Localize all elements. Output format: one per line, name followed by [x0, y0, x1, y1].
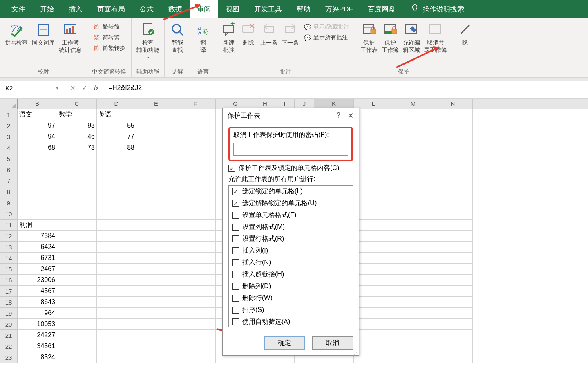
- cell[interactable]: [57, 297, 97, 308]
- ribbon-tab-0[interactable]: 文件: [4, 0, 33, 18]
- cell[interactable]: [393, 242, 433, 253]
- workbook-stats-button[interactable]: 工作簿 统计信息: [58, 21, 83, 54]
- cell[interactable]: 24227: [18, 330, 57, 341]
- cell[interactable]: [136, 330, 176, 341]
- row-header[interactable]: 1: [0, 109, 18, 120]
- cell[interactable]: [354, 197, 393, 208]
- cell[interactable]: [354, 208, 393, 220]
- cell[interactable]: [97, 308, 136, 319]
- cell[interactable]: [393, 231, 433, 242]
- row-header[interactable]: 16: [0, 275, 18, 286]
- row-header[interactable]: 21: [0, 330, 18, 341]
- row-header[interactable]: 20: [0, 319, 18, 330]
- cell[interactable]: [354, 330, 393, 341]
- ribbon-tab-9[interactable]: 帮助: [289, 0, 318, 18]
- cell[interactable]: [57, 197, 97, 208]
- col-header[interactable]: E: [136, 99, 176, 109]
- ribbon-tab-7[interactable]: 视图: [218, 0, 247, 18]
- cell[interactable]: [354, 352, 393, 363]
- cell[interactable]: [393, 197, 433, 208]
- cell[interactable]: [393, 264, 433, 275]
- cell[interactable]: [433, 242, 473, 253]
- cell[interactable]: [97, 319, 136, 330]
- ribbon-tab-4[interactable]: 公式: [132, 0, 161, 18]
- cell[interactable]: [176, 164, 216, 175]
- cell[interactable]: [57, 153, 97, 164]
- cell[interactable]: [136, 286, 176, 297]
- ok-button[interactable]: 确定: [264, 336, 305, 350]
- cell[interactable]: [97, 264, 136, 275]
- cell[interactable]: [354, 131, 393, 142]
- cell[interactable]: [57, 352, 97, 363]
- row-header[interactable]: 17: [0, 286, 18, 297]
- cell[interactable]: [433, 109, 473, 120]
- cell[interactable]: [97, 197, 136, 208]
- cell[interactable]: 73: [57, 142, 97, 153]
- cell[interactable]: [433, 264, 473, 275]
- col-header[interactable]: C: [57, 99, 97, 109]
- row-header[interactable]: 9: [0, 197, 18, 208]
- cell[interactable]: 46: [57, 131, 97, 142]
- cell[interactable]: [136, 308, 176, 319]
- cell[interactable]: [57, 286, 97, 297]
- cell[interactable]: [433, 253, 473, 264]
- permission-item[interactable]: 使用自动筛选(A): [229, 316, 353, 327]
- cell[interactable]: [136, 120, 176, 131]
- cell[interactable]: [136, 297, 176, 308]
- cell[interactable]: 94: [18, 131, 57, 142]
- cell[interactable]: [354, 142, 393, 153]
- row-header[interactable]: 19: [0, 308, 18, 319]
- permission-checkbox[interactable]: [232, 307, 239, 314]
- cell[interactable]: [176, 297, 216, 308]
- ribbon-tab-10[interactable]: 万兴PDF: [318, 0, 360, 18]
- cell[interactable]: [18, 164, 57, 175]
- cell[interactable]: 93: [57, 120, 97, 131]
- cancel-button[interactable]: 取消: [312, 336, 353, 350]
- cell[interactable]: 7384: [18, 231, 57, 242]
- cell[interactable]: [433, 330, 473, 341]
- cell[interactable]: [433, 352, 473, 363]
- row-header[interactable]: 12: [0, 231, 18, 242]
- permission-item[interactable]: 删除行(W): [229, 292, 353, 304]
- cell[interactable]: [176, 264, 216, 275]
- cell[interactable]: 4567: [18, 286, 57, 297]
- cell[interactable]: [97, 297, 136, 308]
- row-header[interactable]: 8: [0, 186, 18, 197]
- cell[interactable]: [176, 186, 216, 197]
- row-header[interactable]: 5: [0, 153, 18, 164]
- cell[interactable]: 数学: [57, 109, 97, 120]
- cell[interactable]: [393, 120, 433, 131]
- spelling-button[interactable]: 字A 拼写检查: [4, 21, 29, 47]
- cell[interactable]: 97: [18, 120, 57, 131]
- permission-item[interactable]: 设置列格式(M): [229, 221, 353, 233]
- cell[interactable]: [433, 142, 473, 153]
- permission-item[interactable]: 排序(S): [229, 304, 353, 316]
- cell[interactable]: [176, 153, 216, 164]
- cell[interactable]: [57, 275, 97, 286]
- row-header[interactable]: 10: [0, 208, 18, 220]
- cell[interactable]: [393, 352, 433, 363]
- cell[interactable]: [354, 264, 393, 275]
- cell[interactable]: [57, 242, 97, 253]
- cell[interactable]: 利润: [18, 220, 57, 231]
- ribbon-tab-8[interactable]: 开发工具: [247, 0, 289, 18]
- cell[interactable]: [136, 352, 176, 363]
- cell[interactable]: [57, 308, 97, 319]
- cell[interactable]: [354, 120, 393, 131]
- cell[interactable]: [354, 220, 393, 231]
- col-header[interactable]: L: [354, 99, 393, 109]
- new-comment-button[interactable]: + 新建 批注: [220, 21, 237, 54]
- cell[interactable]: [433, 341, 473, 352]
- cell[interactable]: [176, 319, 216, 330]
- cell[interactable]: [354, 275, 393, 286]
- cell[interactable]: [433, 164, 473, 175]
- cell[interactable]: 6731: [18, 253, 57, 264]
- cell[interactable]: [393, 175, 433, 186]
- cell[interactable]: [97, 253, 136, 264]
- permission-checkbox[interactable]: [232, 271, 239, 278]
- permission-item[interactable]: 设置行格式(R): [229, 233, 353, 245]
- cell[interactable]: [176, 308, 216, 319]
- cell[interactable]: [57, 231, 97, 242]
- permission-checkbox[interactable]: [232, 295, 239, 302]
- cell[interactable]: [136, 341, 176, 352]
